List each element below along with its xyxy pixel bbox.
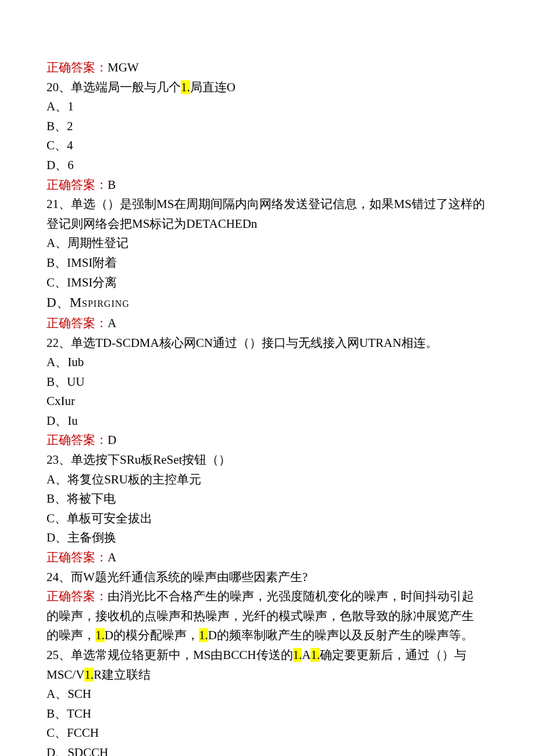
highlight: 1. bbox=[181, 80, 190, 94]
option-text: Mspirging bbox=[70, 295, 130, 310]
q25-stem-l2: MSC/V1.R建立联结 bbox=[47, 665, 488, 685]
q20-opt-c: C、4 bbox=[47, 136, 488, 156]
answer-value: B bbox=[108, 178, 116, 192]
answer-value: A bbox=[108, 550, 116, 564]
q25-opt-b: B、TCH bbox=[47, 704, 488, 724]
answer-label: 正确答案： bbox=[47, 589, 108, 603]
q23-stem: 23、单选按下SRu板ReSet按钮（） bbox=[47, 450, 488, 470]
q20-opt-b: B、2 bbox=[47, 117, 488, 137]
highlight: 1. bbox=[293, 648, 302, 662]
answer-label: 正确答案： bbox=[47, 60, 108, 74]
q24-stem: 24、而W题光纤通信系统的噪声由哪些因素产生? bbox=[47, 568, 488, 587]
q22-opt-a: A、Iub bbox=[47, 353, 488, 372]
q22-opt-b: B、UU bbox=[47, 372, 488, 392]
q20-opt-a: A、1 bbox=[47, 97, 488, 117]
q22-answer: 正确答案：D bbox=[47, 431, 488, 450]
q21-opt-a: A、周期性登记 bbox=[47, 234, 488, 253]
highlight: 1. bbox=[311, 648, 320, 662]
q20-opt-d: D、6 bbox=[47, 156, 488, 175]
answer-label: 正确答案： bbox=[47, 316, 108, 330]
q22-opt-d: D、Iu bbox=[47, 411, 488, 431]
highlight: 1. bbox=[95, 628, 105, 642]
answer-label: 正确答案： bbox=[47, 433, 108, 447]
highlight: 1. bbox=[199, 628, 208, 642]
q25-stem-l1: 25、单选常规位辂更新中，MS由BCCH传送的1.A1.确定要更新后，通过（）与 bbox=[47, 646, 488, 665]
q23-opt-b: B、将被下电 bbox=[47, 489, 488, 509]
q23-opt-c: C、单板可安全拔出 bbox=[47, 509, 488, 529]
q22-stem: 22、单选TD-SCDMA核心网CN通过（）接口与无线接入网UTRAN相连。 bbox=[47, 334, 488, 353]
q21-stem-l2: 登记则网络会把MS标记为DETACHEDn bbox=[47, 214, 488, 234]
q22-opt-c: CxIur bbox=[47, 392, 488, 411]
q25-opt-c: C、FCCH bbox=[47, 723, 488, 743]
q21-opt-c: C、IMSI分离 bbox=[47, 273, 488, 293]
q25-opt-d: D、SDCCH bbox=[47, 743, 488, 756]
q23-opt-a: A、将复位SRU板的主控单元 bbox=[47, 470, 488, 490]
q21-opt-b: B、IMSI附着 bbox=[47, 253, 488, 273]
answer-value: MGW bbox=[108, 60, 139, 74]
highlight: 1. bbox=[84, 668, 94, 682]
q20-answer: 正确答案：B bbox=[47, 175, 488, 195]
answer-label: 正确答案： bbox=[47, 178, 108, 192]
q23-opt-d: D、主备倒换 bbox=[47, 528, 488, 548]
q21-answer: 正确答案：A bbox=[47, 314, 488, 334]
q25-opt-a: A、SCH bbox=[47, 685, 488, 704]
q21-stem-l1: 21、单选（）是强制MS在周期间隔内向网络发送登记信息，如果MS错过了这样的 bbox=[47, 195, 488, 214]
q23-answer: 正确答案：A bbox=[47, 548, 488, 568]
q19-answer: 正确答案：MGW bbox=[47, 58, 488, 78]
q20-stem: 20、单选端局一般与几个1.局直连O bbox=[47, 78, 488, 98]
answer-label: 正确答案： bbox=[47, 550, 108, 564]
q24-answer-l3: 的噪声，1.D的模分配噪声，1.D的频率制啾产生的噪声以及反射产生的噪声等。 bbox=[47, 626, 488, 646]
q21-opt-d: D、Mspirging bbox=[47, 292, 488, 314]
answer-value: D bbox=[108, 433, 116, 447]
q24-answer-l2: 的噪声，接收机的点噪声和热噪声，光纤的模式噪声，色散导致的脉冲展览产生 bbox=[47, 607, 488, 626]
answer-value: A bbox=[108, 316, 116, 330]
q24-answer-l1: 正确答案：由消光比不合格产生的噪声，光强度随机变化的噪声，时间抖动引起 bbox=[47, 587, 488, 607]
